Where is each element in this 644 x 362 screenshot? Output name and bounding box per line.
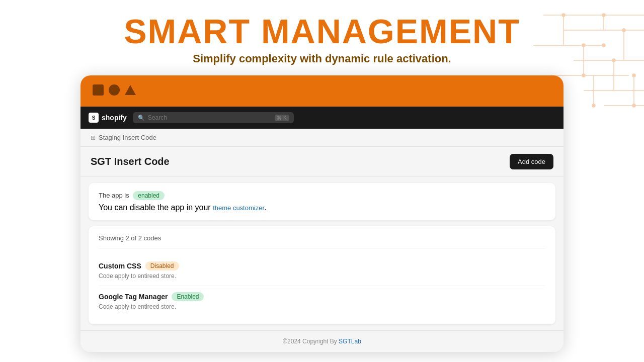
theme-customizer-link[interactable]: theme customizer <box>213 204 265 212</box>
footer: ©2024 Copyright By SGTLab <box>80 330 564 352</box>
window-btn-triangle[interactable] <box>125 85 136 95</box>
status-line: The app is enabled <box>99 191 545 200</box>
code-name-gtm: Google Tag Manager <box>99 293 168 301</box>
disable-prefix: You can disable the app in your <box>99 203 211 212</box>
svg-point-20 <box>582 74 585 77</box>
codes-count: Showing 2 of 2 codes <box>99 234 545 248</box>
search-shortcut: ⌘ K <box>275 115 288 121</box>
main-content: ⊞ Staging Insert Code SGT Insert Code Ad… <box>80 129 564 352</box>
window-btn-square[interactable] <box>93 84 104 96</box>
code-item-gtm-header: Google Tag Manager Enabled <box>99 292 545 301</box>
breadcrumb: ⊞ Staging Insert Code <box>80 129 564 147</box>
codes-card: Showing 2 of 2 codes Custom CSS Disabled… <box>89 226 555 324</box>
browser-window: S shopify 🔍 ⌘ K ⊞ Staging Insert Code SG… <box>80 75 564 352</box>
disable-text: You can disable the app in your theme cu… <box>99 203 545 212</box>
code-item-header: Custom CSS Disabled <box>99 261 545 270</box>
breadcrumb-text: Staging Insert Code <box>99 134 156 141</box>
footer-text: ©2024 Copyright By <box>283 338 337 345</box>
svg-point-23 <box>632 104 635 107</box>
shopify-logo: S shopify <box>89 113 127 123</box>
shopify-logo-icon: S <box>89 113 99 123</box>
page-title-row: SGT Insert Code Add code <box>80 147 564 177</box>
shopify-nav: S shopify 🔍 ⌘ K <box>80 107 564 129</box>
footer-link[interactable]: SGTLab <box>339 338 361 345</box>
page-subtitle: Simplify complexity with dynamic rule ac… <box>0 52 644 65</box>
code-name-custom-css: Custom CSS <box>99 262 141 270</box>
code-item-gtm: Google Tag Manager Enabled Code apply to… <box>99 286 545 316</box>
disable-suffix: . <box>265 203 267 212</box>
add-code-button[interactable]: Add code <box>510 154 553 169</box>
browser-titlebar <box>80 75 564 107</box>
search-icon: 🔍 <box>138 115 145 121</box>
svg-point-22 <box>592 104 595 107</box>
search-input[interactable] <box>148 114 272 121</box>
page-header: SMART MANAGEMENT Simplify complexity wit… <box>0 0 644 65</box>
badge-enabled-gtm: Enabled <box>172 292 204 301</box>
shopify-logo-text: shopify <box>102 114 127 122</box>
svg-point-21 <box>632 74 635 77</box>
code-item-custom-css: Custom CSS Disabled Code apply to entire… <box>99 255 545 286</box>
app-title: SGT Insert Code <box>91 156 170 167</box>
breadcrumb-icon: ⊞ <box>91 134 96 141</box>
status-prefix: The app is <box>99 192 129 199</box>
status-card: The app is enabled You can disable the a… <box>89 183 555 220</box>
window-btn-circle[interactable] <box>109 84 120 96</box>
status-badge: enabled <box>133 191 165 200</box>
code-description-gtm: Code apply to entireed store. <box>99 303 545 310</box>
page-title: SMART MANAGEMENT <box>0 14 644 48</box>
badge-disabled-custom-css: Disabled <box>145 261 179 270</box>
code-description-custom-css: Code apply to entireed store. <box>99 273 545 280</box>
search-bar[interactable]: 🔍 ⌘ K <box>133 112 294 123</box>
